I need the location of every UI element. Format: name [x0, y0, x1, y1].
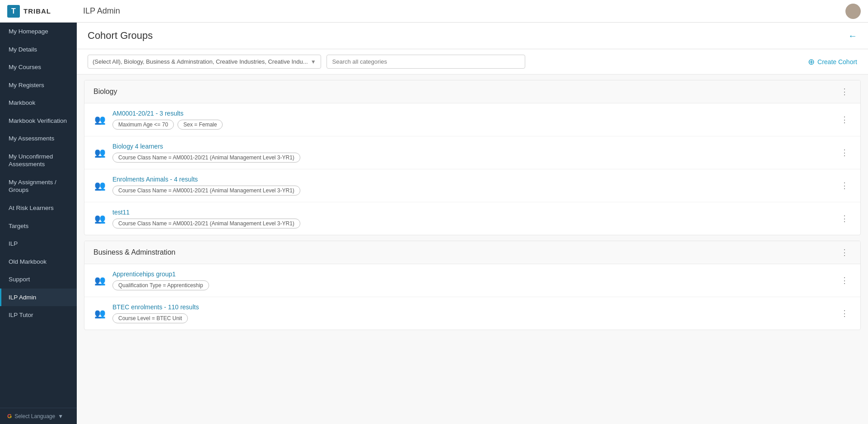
- cohort-test11-info: test11 Course Class Name = AM0001-20/21 …: [112, 209, 831, 228]
- sidebar-item-my-unconfirmed-assessments[interactable]: My Unconfirmed Assessments: [0, 148, 77, 173]
- cohort-btec-menu-button[interactable]: ⋮: [838, 308, 851, 319]
- sidebar-item-support[interactable]: Support: [0, 270, 77, 289]
- section-business-menu-button[interactable]: ⋮: [838, 247, 851, 258]
- sidebar-item-at-risk-learners[interactable]: At Risk Learners: [0, 199, 77, 217]
- create-cohort-button[interactable]: ⊕ Create Cohort: [808, 57, 857, 67]
- cohort-enrolments-animals-menu-button[interactable]: ⋮: [838, 180, 851, 191]
- cohort-row-enrolments-animals: 👥 Enrolments Animals - 4 results Course …: [84, 169, 860, 202]
- dropdown-chevron-icon: ▼: [311, 59, 316, 65]
- cohort-am0001-tags: Maximum Age <= 70 Sex = Female: [112, 120, 831, 130]
- cohort-biology4-menu-button[interactable]: ⋮: [838, 147, 851, 158]
- avatar-image: [845, 4, 861, 19]
- sidebar-item-my-registers[interactable]: My Registers: [0, 76, 77, 94]
- sidebar-item-my-homepage[interactable]: My Homepage: [0, 23, 77, 41]
- cohort-biology4-link[interactable]: Biology 4 learners: [112, 143, 831, 150]
- cohort-users-icon: 👥: [93, 275, 106, 286]
- sidebar-item-ilp-tutor[interactable]: ILP Tutor: [0, 306, 77, 324]
- main-layout: My Homepage My Details My Courses My Reg…: [0, 23, 868, 424]
- page-header-bar: Cohort Groups ←: [77, 23, 868, 49]
- category-dropdown[interactable]: (Select All), Biology, Business & Admins…: [88, 55, 321, 69]
- cohort-test11-tags: Course Class Name = AM0001-20/21 (Animal…: [112, 219, 831, 228]
- cohort-enrolments-animals-info: Enrolments Animals - 4 results Course Cl…: [112, 176, 831, 196]
- cohort-apprenticeships-menu-button[interactable]: ⋮: [838, 275, 851, 286]
- cohort-am0001-link[interactable]: AM0001-20/21 - 3 results: [112, 110, 831, 117]
- logo-block: T TRIBAL: [7, 5, 79, 18]
- google-logo-icon: G: [7, 413, 12, 419]
- cohort-am0001-info: AM0001-20/21 - 3 results Maximum Age <= …: [112, 110, 831, 130]
- section-business-administration: Business & Adminstration ⋮ 👥 Apprenticeh…: [84, 241, 861, 330]
- cohort-apprenticeships-link[interactable]: Apprenticehips group1: [112, 270, 831, 278]
- tag-qualification-type: Qualification Type = Apprenticeship: [112, 280, 209, 290]
- tag-max-age: Maximum Age <= 70: [112, 120, 174, 130]
- cohort-row-biology4: 👥 Biology 4 learners Course Class Name =…: [84, 136, 860, 169]
- tag-biology4-course: Course Class Name = AM0001-20/21 (Animal…: [112, 153, 300, 163]
- section-business-header: Business & Adminstration ⋮: [84, 241, 860, 264]
- sidebar-item-markbook[interactable]: Markbook: [0, 94, 77, 112]
- section-biology-title: Biology: [93, 88, 838, 96]
- sidebar-item-my-details[interactable]: My Details: [0, 41, 77, 59]
- sidebar: My Homepage My Details My Courses My Reg…: [0, 23, 77, 424]
- page-title: Cohort Groups: [88, 30, 843, 42]
- create-cohort-plus-icon: ⊕: [808, 57, 815, 67]
- cohort-test11-menu-button[interactable]: ⋮: [838, 213, 851, 224]
- cohort-row-btec: 👥 BTEC enrolments - 110 results Course L…: [84, 297, 860, 330]
- language-chevron-icon: ▼: [58, 413, 63, 419]
- search-input[interactable]: [327, 55, 525, 69]
- section-biology-header: Biology ⋮: [84, 80, 860, 103]
- cohort-users-icon: 👥: [93, 180, 106, 191]
- sidebar-item-ilp-admin[interactable]: ILP Admin: [0, 289, 77, 307]
- cohort-btec-link[interactable]: BTEC enrolments - 110 results: [112, 303, 831, 311]
- cohort-users-icon: 👥: [93, 213, 106, 224]
- tag-course-level: Course Level = BTEC Unit: [112, 313, 188, 323]
- tag-sex-female: Sex = Female: [177, 120, 223, 130]
- toolbar: (Select All), Biology, Business & Admins…: [77, 49, 868, 75]
- sidebar-item-my-assessments[interactable]: My Assessments: [0, 130, 77, 148]
- avatar[interactable]: [845, 4, 861, 19]
- cohort-am0001-menu-button[interactable]: ⋮: [838, 114, 851, 126]
- tribal-logo-letter: T: [7, 5, 20, 18]
- cohort-users-icon: 👥: [93, 114, 106, 125]
- select-language-label: Select Language: [14, 413, 55, 419]
- cohort-enrolments-animals-tags: Course Class Name = AM0001-20/21 (Animal…: [112, 186, 831, 196]
- top-header: T TRIBAL ILP Admin: [0, 0, 868, 23]
- category-dropdown-value: (Select All), Biology, Business & Admins…: [93, 58, 308, 65]
- cohort-btec-tags: Course Level = BTEC Unit: [112, 313, 831, 323]
- sidebar-item-targets[interactable]: Targets: [0, 217, 77, 235]
- sidebar-item-my-assignments-groups[interactable]: My Assignments / Groups: [0, 173, 77, 199]
- main-content: Cohort Groups ← (Select All), Biology, B…: [77, 23, 868, 424]
- cohort-test11-link[interactable]: test11: [112, 209, 831, 216]
- app-title: ILP Admin: [83, 6, 120, 16]
- cohort-apprenticeships-info: Apprenticehips group1 Qualification Type…: [112, 270, 831, 290]
- back-button[interactable]: ←: [848, 31, 857, 41]
- cohort-row-test11: 👥 test11 Course Class Name = AM0001-20/2…: [84, 202, 860, 235]
- tribal-logo-name: TRIBAL: [23, 7, 51, 15]
- sidebar-item-old-markbook[interactable]: Old Markbook: [0, 253, 77, 271]
- cohort-biology4-tags: Course Class Name = AM0001-20/21 (Animal…: [112, 153, 831, 163]
- cohort-users-icon: 👥: [93, 147, 106, 158]
- cohort-enrolments-animals-link[interactable]: Enrolments Animals - 4 results: [112, 176, 831, 183]
- sidebar-item-markbook-verification[interactable]: Markbook Verification: [0, 112, 77, 130]
- section-biology: Biology ⋮ 👥 AM0001-20/21 - 3 results Max…: [84, 80, 861, 235]
- section-biology-menu-button[interactable]: ⋮: [838, 86, 851, 98]
- cohort-row-am0001: 👥 AM0001-20/21 - 3 results Maximum Age <…: [84, 103, 860, 136]
- cohort-apprenticeships-tags: Qualification Type = Apprenticeship: [112, 280, 831, 290]
- sidebar-footer-language[interactable]: G Select Language ▼: [0, 408, 77, 424]
- cohort-btec-info: BTEC enrolments - 110 results Course Lev…: [112, 303, 831, 323]
- tag-test11-course: Course Class Name = AM0001-20/21 (Animal…: [112, 219, 300, 228]
- tag-enrolments-animals-course: Course Class Name = AM0001-20/21 (Animal…: [112, 186, 300, 196]
- create-cohort-label: Create Cohort: [817, 58, 857, 65]
- cohort-users-icon: 👥: [93, 308, 106, 319]
- sidebar-item-my-courses[interactable]: My Courses: [0, 58, 77, 76]
- cohort-row-apprenticeships: 👥 Apprenticehips group1 Qualification Ty…: [84, 264, 860, 297]
- cohort-biology4-info: Biology 4 learners Course Class Name = A…: [112, 143, 831, 163]
- section-business-title: Business & Adminstration: [93, 248, 838, 256]
- sidebar-item-ilp[interactable]: ILP: [0, 235, 77, 253]
